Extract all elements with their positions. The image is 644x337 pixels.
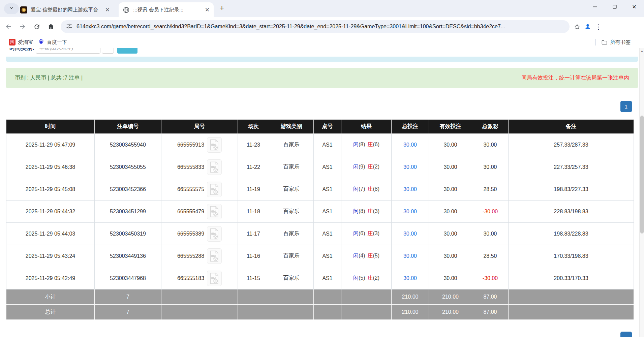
reload-button[interactable] — [31, 21, 42, 32]
scrollbar-thumb[interactable] — [640, 116, 644, 234]
cell-session: 11-15 — [238, 267, 269, 289]
player-result: 闲 — [353, 142, 359, 147]
new-tab-button[interactable]: + — [220, 4, 224, 12]
search-button[interactable] — [117, 48, 137, 54]
folder-icon — [601, 39, 608, 45]
bookmark-taobao[interactable]: 淘 爱淘宝 — [9, 39, 33, 45]
tab-bet-records[interactable]: :::视讯 会员下注纪录::: ✕ — [119, 2, 214, 17]
table-body: 2025-11-29 05:47:09 523003455940 6655559… — [6, 134, 634, 289]
bookmark-star-icon[interactable] — [572, 21, 582, 32]
page-1-button-bottom[interactable] — [620, 332, 632, 337]
url-text[interactable]: 614oxkc3.com/game/betrecord_search/kind3… — [76, 24, 564, 30]
cell-bet-id: 523003450319 — [95, 223, 161, 245]
total-bet-link[interactable]: 30.00 — [403, 209, 417, 214]
banker-result: 庄 — [368, 253, 373, 258]
subtotal-total-bet: 210.00 — [392, 289, 429, 305]
cell-remark: 198.83/228.83 — [509, 223, 634, 245]
page-1-button[interactable]: 1 — [620, 101, 632, 112]
browser-toolbar: 614oxkc3.com/game/betrecord_search/kind3… — [0, 17, 644, 36]
divider — [595, 39, 596, 45]
col-result: 结果 — [341, 120, 392, 134]
close-window-button[interactable]: ✕ — [624, 0, 644, 13]
cell-total-bet: 30.00 — [392, 223, 429, 245]
all-bookmarks-button[interactable]: 所有书签 — [601, 39, 631, 45]
bookmark-baidu[interactable]: 百度一下 — [38, 38, 67, 46]
cell-payout: -30.00 — [472, 201, 509, 223]
subtotal-row: 小计 7 210.00 210.00 87.00 — [6, 289, 634, 305]
player-result: 闲 — [353, 253, 359, 258]
home-button[interactable] — [45, 21, 57, 32]
total-bet-link[interactable]: 30.00 — [403, 186, 417, 192]
filter-bar-clipped: 时间类别: — [0, 48, 644, 62]
cell-result: 闲(8)庄(6) — [341, 134, 392, 156]
cell-payout: -30.00 — [472, 267, 509, 289]
cell-payout: 28.50 — [472, 178, 509, 201]
chrome-menu-icon[interactable]: ⋮ — [593, 21, 604, 32]
filter-label: 时间类别: — [9, 48, 34, 52]
cell-valid-bet: 30.00 — [429, 134, 472, 156]
video-replay-button[interactable] — [207, 137, 222, 153]
bookmarks-bar: 淘 爱淘宝 百度一下 所有书签 — [0, 36, 644, 48]
close-tab-icon[interactable]: ✕ — [105, 7, 110, 13]
col-round: 局号 — [161, 120, 238, 134]
cell-remark: 257.33/287.33 — [509, 134, 634, 156]
cell-game-type: 百家乐 — [269, 178, 314, 201]
cell-time: 2025-11-29 05:47:09 — [6, 134, 95, 156]
valid-bet-notice: 同局有效投注，统一计算在该局第一张注单内 — [521, 74, 629, 82]
cell-game-type: 百家乐 — [269, 267, 314, 289]
video-file-icon — [209, 161, 219, 173]
cell-remark: 170.33/198.83 — [509, 245, 634, 267]
address-bar[interactable]: 614oxkc3.com/game/betrecord_search/kind3… — [61, 20, 570, 33]
total-bet-link[interactable]: 30.00 — [403, 231, 417, 237]
filter-dropdown[interactable] — [102, 48, 114, 54]
currency-total-text: 币别 : 人民币 | 总共 :7 注单 | — [15, 74, 83, 82]
cell-table-no: AS1 — [314, 267, 341, 289]
col-valid-bet: 有效投注 — [429, 120, 472, 134]
cell-time: 2025-11-29 05:42:49 — [6, 267, 95, 289]
col-session: 场次 — [238, 120, 269, 134]
tab-casino-site[interactable]: 通宝-信誉最好的网上游戏平台 ✕ — [16, 2, 114, 17]
round-id: 665555913 — [177, 142, 204, 148]
video-replay-button[interactable] — [207, 204, 222, 219]
video-replay-button[interactable] — [207, 159, 222, 175]
total-bet-link[interactable]: 30.00 — [403, 142, 417, 148]
scroll-up-arrow-icon[interactable]: ▲ — [640, 50, 644, 53]
back-button[interactable] — [3, 21, 14, 32]
video-file-icon — [209, 273, 219, 284]
table-footer: 小计 7 210.00 210.00 87.00 总计 7 210.00 210… — [6, 289, 634, 320]
round-id: 665555288 — [177, 253, 204, 259]
site-settings-icon[interactable] — [66, 23, 72, 31]
cell-result: 闲(9)庄(2) — [341, 156, 392, 178]
cell-valid-bet: 30.00 — [429, 267, 472, 289]
video-file-icon — [209, 139, 219, 151]
table-row: 2025-11-29 05:43:24 523003449136 6655552… — [6, 245, 634, 267]
globe-icon — [123, 6, 130, 13]
forward-button[interactable] — [17, 21, 28, 32]
cell-remark: 228.83/198.83 — [509, 201, 634, 223]
cell-time: 2025-11-29 05:46:38 — [6, 156, 95, 178]
video-replay-button[interactable] — [207, 248, 222, 264]
scrollbar[interactable]: ▲ — [639, 48, 644, 337]
time-category-input[interactable] — [36, 48, 100, 54]
cell-bet-id: 523003455940 — [95, 134, 161, 156]
total-bet-link[interactable]: 30.00 — [403, 275, 417, 281]
video-replay-button[interactable] — [207, 226, 222, 242]
banker-result: 庄 — [368, 208, 373, 214]
minimize-button[interactable] — [585, 0, 605, 13]
cell-round: 665555183 — [161, 267, 238, 289]
cell-total-bet: 30.00 — [392, 178, 429, 201]
cell-valid-bet: 30.00 — [429, 201, 472, 223]
maximize-button[interactable] — [605, 0, 624, 13]
profile-avatar-icon[interactable] — [582, 21, 593, 32]
cell-time: 2025-11-29 05:43:24 — [6, 245, 95, 267]
video-replay-button[interactable] — [207, 271, 222, 286]
cell-payout: 30.00 — [472, 134, 509, 156]
total-bet-link[interactable]: 30.00 — [403, 253, 417, 259]
close-tab-icon[interactable]: ✕ — [205, 7, 210, 13]
video-replay-button[interactable] — [207, 182, 222, 197]
cell-table-no: AS1 — [314, 245, 341, 267]
cell-session: 11-16 — [238, 245, 269, 267]
cell-table-no: AS1 — [314, 223, 341, 245]
total-bet-link[interactable]: 30.00 — [403, 164, 417, 170]
total-count: 7 — [95, 305, 161, 320]
